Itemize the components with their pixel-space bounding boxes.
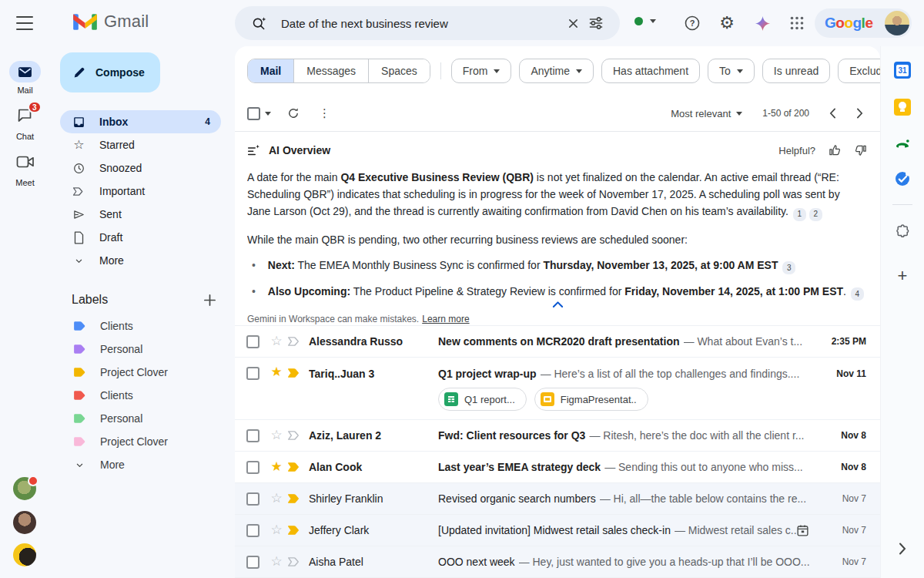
star-toggle-icon[interactable] [268, 365, 285, 380]
email-row[interactable]: Tariq..Juan 3 Q1 project wrap-up— Here’s… [235, 358, 880, 420]
gemini-icon[interactable] [752, 13, 772, 33]
sidebar-label-personal[interactable]: Personal [50, 338, 235, 361]
calendar-icon[interactable]: 31 [893, 61, 912, 79]
email-row[interactable]: Jeffery Clark [Updated invitation] Midwe… [235, 515, 880, 546]
sidebar-item-sent[interactable]: Sent [60, 203, 221, 226]
sidebar-item-starred[interactable]: ☆ Starred [60, 133, 221, 156]
status-selector[interactable] [634, 17, 656, 25]
more-options-icon[interactable]: ⋮ [316, 106, 333, 120]
row-checkbox[interactable] [246, 367, 259, 380]
email-row[interactable]: Alan Cook Last year’s EMEA strategy deck… [235, 452, 880, 483]
tasks-icon[interactable] [893, 170, 912, 188]
sidebar-labels-more[interactable]: More [50, 453, 235, 476]
settings-gear-icon[interactable]: ⚙ [717, 13, 737, 33]
sidebar-item-draft[interactable]: Draft [60, 226, 221, 249]
sidebar-label-clients[interactable]: Clients [50, 314, 235, 338]
chat-contact-avatar[interactable] [13, 477, 36, 500]
filter-chip-anytime[interactable]: Anytime [519, 59, 594, 83]
learn-more-link[interactable]: Learn more [422, 314, 469, 324]
keep-icon[interactable] [893, 98, 912, 116]
main-menu-icon[interactable] [16, 16, 33, 30]
subject: [Updated invitation] Midwest retail sale… [438, 524, 671, 536]
citation-chip[interactable]: 1 [793, 208, 806, 221]
importance-marker-icon[interactable] [287, 430, 302, 441]
sidebar-item-important[interactable]: Important [60, 180, 221, 203]
row-checkbox[interactable] [246, 461, 259, 474]
attachment-chip[interactable]: Q1 report... [438, 388, 527, 411]
ai-search-icon[interactable] [247, 12, 270, 35]
select-all-checkbox[interactable] [247, 107, 260, 120]
account-avatar[interactable] [885, 11, 909, 35]
message-date: Nov 8 [819, 462, 880, 472]
tab-messages[interactable]: Messages [293, 59, 368, 82]
citation-chip[interactable]: 4 [851, 287, 864, 301]
filter-chip-exclude-calendar[interactable]: Exclude cale [838, 59, 880, 83]
email-row[interactable]: Aziz, Lauren 2 Fwd: Client resources for… [235, 420, 880, 452]
addons-puzzle-icon[interactable] [893, 222, 912, 240]
citation-chip[interactable]: 2 [809, 208, 822, 221]
search-bar[interactable]: Date of the next business review [235, 6, 620, 40]
star-toggle-icon[interactable] [268, 554, 285, 570]
filter-chip-from[interactable]: From [451, 59, 512, 83]
row-checkbox[interactable] [246, 524, 259, 537]
star-toggle-icon[interactable] [268, 491, 285, 506]
expand-panel-icon[interactable] [893, 539, 912, 558]
sidebar-label-clients-2[interactable]: Clients [50, 384, 235, 407]
importance-marker-icon[interactable] [287, 368, 302, 378]
subject: New comments on MCR2020 draft presentati… [438, 335, 680, 348]
sidebar-label-personal-2[interactable]: Personal [50, 407, 235, 430]
snippet: — What about Evan’s t... [684, 335, 819, 348]
sidebar-item-inbox[interactable]: Inbox 4 [60, 110, 221, 133]
rail-item-mail[interactable] [9, 61, 41, 82]
sidebar-label-project-clover-2[interactable]: Project Clover [50, 430, 235, 453]
refresh-icon[interactable] [286, 106, 300, 120]
attachment-name: FigmaPresentat.. [561, 394, 637, 405]
importance-marker-icon[interactable] [287, 462, 302, 472]
filter-chip-is-unread[interactable]: Is unread [762, 59, 830, 83]
row-checkbox[interactable] [246, 429, 259, 442]
importance-marker-icon[interactable] [287, 525, 302, 536]
search-options-icon[interactable] [584, 12, 608, 35]
rail-item-meet[interactable] [16, 155, 34, 173]
newer-page-icon[interactable] [829, 108, 836, 119]
google-apps-icon[interactable] [787, 13, 807, 33]
clear-search-icon[interactable] [561, 12, 584, 35]
voice-icon[interactable] [893, 136, 912, 154]
star-toggle-icon[interactable] [268, 334, 285, 349]
thumbs-up-icon[interactable] [828, 143, 842, 157]
filter-chip-to[interactable]: To [708, 59, 755, 83]
thumbs-down-icon[interactable] [854, 143, 868, 157]
search-input[interactable]: Date of the next business review [281, 17, 561, 30]
sidebar-item-more[interactable]: More [60, 249, 221, 272]
google-account-pill[interactable]: Google [815, 8, 912, 38]
sidebar-item-snoozed[interactable]: Snoozed [60, 156, 221, 180]
email-row[interactable]: Shirley Franklin Revised organic search … [235, 483, 880, 515]
chat-contact-avatar[interactable] [13, 543, 36, 566]
select-all-control[interactable] [247, 107, 271, 120]
importance-marker-icon[interactable] [287, 556, 302, 567]
tab-mail[interactable]: Mail [248, 59, 293, 82]
star-toggle-icon[interactable] [268, 523, 285, 538]
star-toggle-icon[interactable] [268, 459, 285, 475]
sidebar-label-project-clover[interactable]: Project Clover [50, 361, 235, 384]
citation-chip[interactable]: 3 [782, 261, 795, 274]
filter-chip-has-attachment[interactable]: Has attachment [601, 59, 700, 83]
row-checkbox[interactable] [246, 492, 259, 506]
help-icon[interactable]: ? [682, 13, 702, 33]
collapse-overview-icon[interactable] [235, 301, 880, 308]
compose-button[interactable]: Compose [60, 52, 160, 92]
star-toggle-icon[interactable] [268, 428, 285, 443]
add-label-icon[interactable] [203, 294, 216, 307]
importance-marker-icon[interactable] [287, 336, 302, 347]
older-page-icon[interactable] [856, 108, 863, 119]
row-checkbox[interactable] [246, 556, 259, 569]
tab-spaces[interactable]: Spaces [368, 59, 430, 82]
sort-selector[interactable]: Most relevant [671, 108, 742, 119]
importance-marker-icon[interactable] [287, 493, 302, 504]
email-row[interactable]: Aisha Patel OOO next week— Hey, just wan… [235, 546, 880, 578]
email-row[interactable]: Alessandra Russo New comments on MCR2020… [235, 326, 880, 358]
attachment-chip[interactable]: FigmaPresentat.. [534, 388, 648, 411]
chat-contact-avatar[interactable] [13, 511, 36, 534]
row-checkbox[interactable] [246, 335, 259, 348]
get-addons-plus-icon[interactable]: + [893, 267, 912, 285]
